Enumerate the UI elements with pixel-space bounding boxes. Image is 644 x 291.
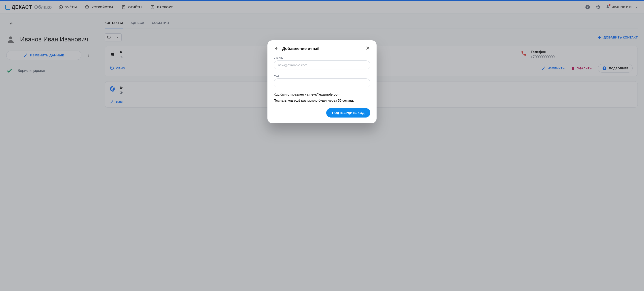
modal-overlay[interactable]: Добавление e-mail E-MAIL КОД Код был отп… [0,0,644,291]
close-button[interactable] [366,46,370,52]
modal-title: Добавление e-mail [282,46,319,51]
email-label: E-MAIL [274,56,370,59]
email-field-group: E-MAIL [274,56,370,69]
code-label: КОД [274,74,370,77]
add-email-modal: Добавление e-mail E-MAIL КОД Код был отп… [268,40,376,123]
code-sent-text: Код был отправлен на new@example.com [274,92,370,97]
arrow-left-icon[interactable] [274,46,278,51]
confirm-code-button[interactable]: ПОДТВЕРДИТЬ КОД [326,108,370,118]
email-input[interactable] [274,61,370,69]
code-field-group: КОД [274,74,370,87]
code-input[interactable] [274,78,370,87]
resend-text: Послать код ещё раз можно будет через 56… [274,98,370,103]
close-icon [366,46,370,51]
